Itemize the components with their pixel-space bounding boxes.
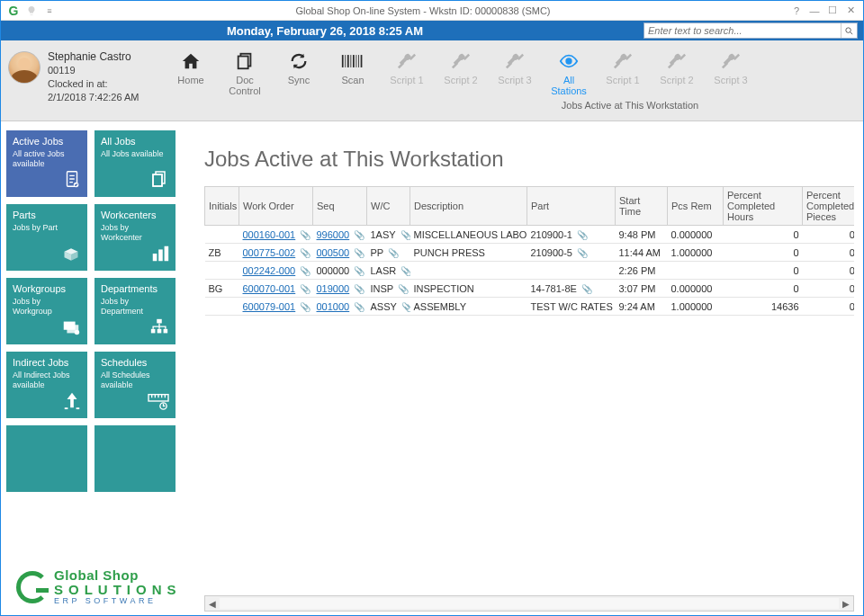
scroll-right-icon[interactable]: ▶ [839,599,853,609]
svg-rect-24 [157,319,162,324]
nav-sync[interactable]: Sync [278,49,320,96]
search-icon[interactable] [841,23,857,38]
barcode-icon [340,49,365,73]
nav-all-stations[interactable]: All Stations [548,49,590,96]
sync-icon [286,49,311,73]
tile-parts[interactable]: PartsJobs by Part [6,204,87,271]
work-order-link[interactable]: 600079-001 [243,301,296,312]
org-icon [148,317,170,340]
svg-rect-25 [151,329,156,334]
svg-rect-7 [350,55,351,67]
maximize-icon[interactable]: ☐ [824,3,842,19]
paperclip-icon: 📎 [399,230,410,240]
scroll-left-icon[interactable]: ◀ [205,599,220,609]
nav-script-2a[interactable]: Script 2 [440,49,482,96]
tile-all-jobs[interactable]: All JobsAll Jobs available [94,130,176,197]
work-order-link[interactable]: 002242-000 [243,265,296,276]
titlebar: G ≡ Global Shop On-line System - Wkstn I… [1,1,863,21]
logo-line3: ERP SOFTWARE [54,597,182,605]
close-icon[interactable]: ✕ [842,3,860,19]
ruler-icon [147,391,170,414]
tile-subtitle: All Indirect Jobs available [13,370,81,390]
user-text: Stephanie Castro 00119 Clocked in at: 2/… [48,49,140,104]
table-row[interactable]: 000160-001 📎996000 📎1ASY 📎MISCELLANEOUS … [205,226,855,244]
tile-blank[interactable] [94,425,176,492]
nav-script-1b[interactable]: Script 1 [602,49,644,96]
tile-workcenters[interactable]: WorkcentersJobs by Workcenter [94,204,176,271]
ribbon: Stephanie Castro 00119 Clocked in at: 2/… [1,40,863,121]
scroll-track[interactable] [220,598,839,609]
svg-rect-29 [76,407,80,409]
paperclip-icon: 📎 [575,230,588,240]
user-name: Stephanie Castro [48,49,140,64]
svg-rect-5 [345,55,346,67]
table-row[interactable]: BG600070-001 📎019000 📎INSP 📎INSPECTION14… [205,280,855,298]
col-work-order[interactable]: Work Order [239,187,313,226]
app-logo-icon: G [4,3,22,19]
nav-home[interactable]: Home [170,49,212,96]
qa-dropdown-icon[interactable]: ≡ [40,3,58,19]
work-order-link[interactable]: 000775-002 [243,247,296,258]
tile-blank[interactable] [6,425,87,492]
help-icon[interactable]: ? [788,3,806,19]
table-row[interactable]: ZB000775-002 📎000500 📎PP 📎PUNCH PRESS210… [205,244,855,262]
tile-subtitle: Jobs by Part [13,223,81,233]
nav-script-2b[interactable]: Script 2 [656,49,698,96]
nav-doc-control[interactable]: Doc Control [224,49,266,96]
minimize-icon[interactable]: — [806,3,824,19]
svg-rect-16 [153,174,162,186]
sidebar: Active JobsAll active Jobs availableAll … [1,121,181,615]
paperclip-icon: 📎 [352,248,364,258]
tile-workgroups[interactable]: WorkgroupsJobs by Workgroup [6,278,87,344]
date-text: Monday, February 26, 2018 8:25 AM [6,24,644,38]
nav-script-3b[interactable]: Script 3 [710,49,752,96]
svg-rect-28 [65,407,68,409]
svg-rect-19 [158,249,163,261]
svg-rect-6 [347,55,349,67]
seq-link[interactable]: 001000 [317,301,350,312]
seq-link[interactable]: 000500 [317,247,350,258]
seq-link[interactable]: 019000 [317,283,350,294]
search-input[interactable] [644,23,841,38]
ribbon-caption: Jobs Active at This Workstation [161,100,856,111]
tile-departments[interactable]: DepartmentsJobs by Department [94,278,176,344]
svg-point-12 [566,58,572,64]
paperclip-icon: 📎 [352,284,364,294]
user-block: Stephanie Castro 00119 Clocked in at: 2/… [8,49,161,104]
svg-rect-27 [164,329,168,334]
col-percent-completed-pieces[interactable]: Percent Completed Pieces [803,187,855,226]
nav-scan[interactable]: Scan [332,49,374,96]
paperclip-icon: 📎 [298,284,310,294]
col-percent-completed-hours[interactable]: Percent Completed Hours [724,187,803,226]
svg-rect-3 [238,57,248,69]
nav-script-3a[interactable]: Script 3 [494,49,536,96]
table-row[interactable]: 600079-001 📎001000 📎ASSY 📎ASSEMBLYTEST W… [205,298,855,316]
work-order-link[interactable]: 000160-001 [243,229,296,240]
hint-icon[interactable] [22,3,40,19]
tile-indirect-jobs[interactable]: Indirect JobsAll Indirect Jobs available [6,352,87,418]
tools-icon [502,49,527,73]
home-icon [178,49,203,73]
col-start-time[interactable]: Start Time [616,187,668,226]
horizontal-scrollbar[interactable]: ◀ ▶ [204,595,854,612]
tile-subtitle: All Schedules available [101,370,169,390]
svg-rect-18 [153,254,158,261]
col-part[interactable]: Part [527,187,616,226]
col-w-c[interactable]: W/C [367,187,410,226]
table-row[interactable]: 002242-000 📎000000 📎LASR 📎2:26 PM00.0000 [205,262,855,280]
svg-point-23 [75,330,80,335]
col-pcs-rem[interactable]: Pcs Rem [668,187,724,226]
paperclip-icon: 📎 [386,248,399,258]
avatar [8,51,40,84]
svg-rect-10 [358,55,359,67]
nav-script-1a[interactable]: Script 1 [386,49,428,96]
tile-title: Schedules [101,357,169,369]
tile-subtitle: All active Jobs available [13,149,81,169]
work-order-link[interactable]: 600070-001 [243,283,296,294]
seq-link[interactable]: 996000 [317,229,350,240]
tile-schedules[interactable]: SchedulesAll Schedules available [94,352,176,418]
col-initials[interactable]: Initials [205,187,239,226]
col-seq[interactable]: Seq [313,187,367,226]
tile-active-jobs[interactable]: Active JobsAll active Jobs available [6,130,87,197]
col-description[interactable]: Description [410,187,527,226]
